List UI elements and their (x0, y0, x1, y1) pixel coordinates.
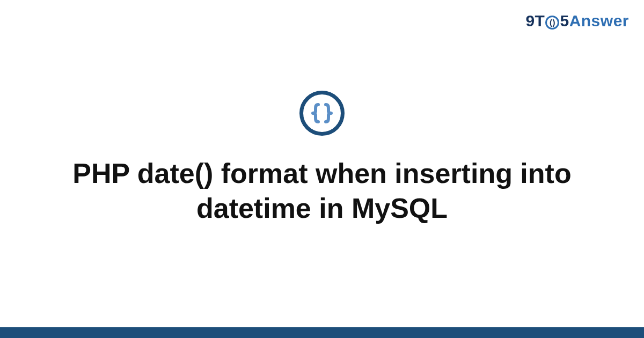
page-title: PHP date() format when inserting into da… (54, 156, 590, 226)
code-braces-icon (299, 91, 345, 136)
content-area: PHP date() format when inserting into da… (0, 0, 644, 338)
footer-bar (0, 327, 644, 338)
